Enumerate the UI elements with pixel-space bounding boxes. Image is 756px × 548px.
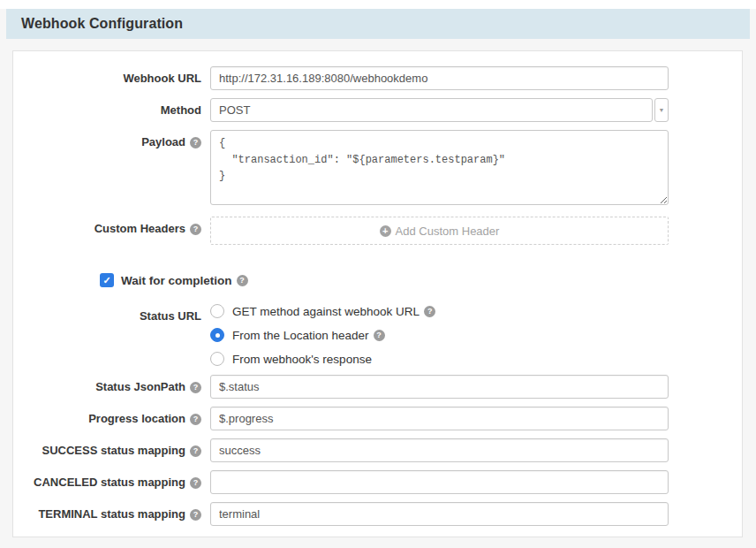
help-icon[interactable]: ? [374,330,385,341]
help-icon[interactable]: ? [424,306,435,317]
status-jsonpath-label: Status JsonPath [95,380,185,393]
canceled-mapping-label: CANCELED status mapping [34,476,185,489]
add-custom-header-label: Add Custom Header [396,225,500,238]
success-mapping-label: SUCCESS status mapping [42,444,185,457]
radio-button[interactable] [210,304,224,318]
radio-option-location-header[interactable]: From the Location header? [210,328,435,342]
webhook-url-input[interactable] [210,66,669,90]
radio-button[interactable] [210,352,224,366]
wait-for-completion-row: ✓ Wait for completion? [100,273,742,287]
help-icon[interactable]: ? [190,137,201,148]
page-title: Webhook Configuration [21,16,183,32]
status-jsonpath-input[interactable] [210,375,669,399]
terminal-mapping-row: TERMINAL status mapping? [13,502,742,526]
status-url-row: Status URL GET method against webhook UR… [13,304,742,366]
progress-location-row: Progress location? [13,407,742,430]
status-url-label: Status URL [13,304,201,323]
payload-textarea[interactable]: { "transaction_id": "${parameters.testpa… [210,130,669,205]
radio-button-selected[interactable] [210,328,224,342]
help-icon[interactable]: ? [190,509,201,521]
radio-option-get-method[interactable]: GET method against webhook URL? [210,304,435,318]
radio-option-label: From webhook's response [232,353,372,366]
help-icon[interactable]: ? [190,477,201,489]
method-selected-value[interactable]: POST [210,98,653,122]
radio-option-label: GET method against webhook URL [232,305,420,318]
custom-headers-dropzone: + Add Custom Header [210,217,669,245]
help-icon[interactable]: ? [190,414,201,425]
terminal-mapping-input[interactable] [210,502,669,526]
canceled-mapping-input[interactable] [210,470,669,494]
progress-location-input[interactable] [210,407,669,430]
help-icon[interactable]: ? [190,224,201,235]
success-mapping-row: SUCCESS status mapping? [13,438,742,462]
radio-option-webhook-response[interactable]: From webhook's response [210,352,435,366]
method-select[interactable]: POST ▼ [210,98,669,122]
add-custom-header-button[interactable]: + Add Custom Header [380,225,500,238]
panel-header: Webhook Configuration [6,9,750,39]
help-icon[interactable]: ? [190,445,201,457]
success-mapping-input[interactable] [210,438,669,462]
status-url-options: GET method against webhook URL? From the… [210,304,435,366]
custom-headers-row: Custom Headers? + Add Custom Header [13,217,742,245]
plus-circle-icon: + [380,225,391,237]
webhook-url-row: Webhook URL [13,66,742,90]
custom-headers-label: Custom Headers [94,222,185,235]
canceled-mapping-row: CANCELED status mapping? [13,470,742,494]
chevron-down-icon[interactable]: ▼ [654,98,669,122]
method-row: Method POST ▼ [13,98,742,122]
wait-for-completion-checkbox[interactable]: ✓ [100,273,114,287]
wait-for-completion-label: Wait for completion [121,274,232,287]
terminal-mapping-label: TERMINAL status mapping [38,507,185,521]
top-strip [0,0,756,9]
help-icon[interactable]: ? [190,382,201,393]
payload-label: Payload [141,135,185,148]
payload-row: Payload? { "transaction_id": "${paramete… [13,130,742,209]
webhook-config-panel: Webhook URL Method POST ▼ Payload? { "tr… [12,50,743,537]
method-label: Method [13,98,201,117]
status-jsonpath-row: Status JsonPath? [13,375,742,399]
webhook-url-label: Webhook URL [13,66,201,85]
radio-option-label: From the Location header [232,329,369,342]
progress-location-label: Progress location [88,412,185,425]
help-icon[interactable]: ? [237,275,248,286]
